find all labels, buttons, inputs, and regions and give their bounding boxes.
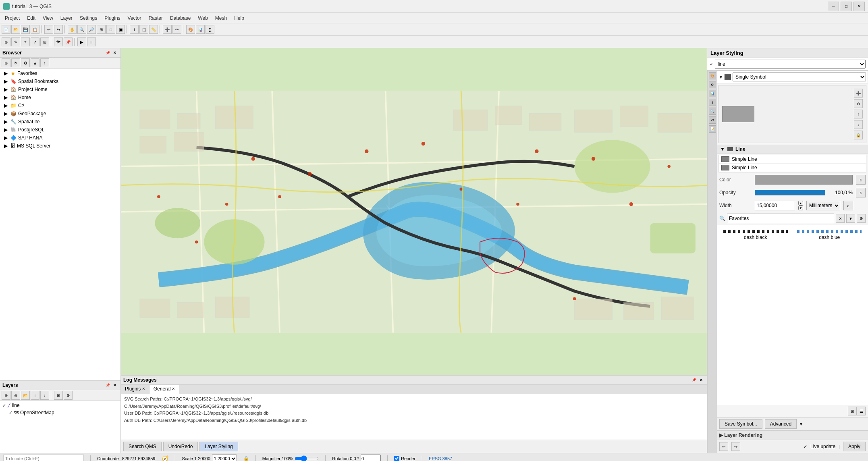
browser-item-project-home[interactable]: ▶ 🏠 Project Home — [1, 85, 120, 93]
symbol-tree-item-2[interactable]: Simple Line — [719, 164, 866, 172]
browser-pin-btn[interactable]: 📌 — [104, 50, 111, 56]
opacity-slider[interactable] — [755, 190, 825, 195]
width-down-btn[interactable]: ▼ — [798, 206, 803, 210]
browser-item-saphana[interactable]: ▶ 🔷 SAP HANA — [1, 134, 120, 142]
add-layer-btn[interactable]: ➕ — [163, 25, 172, 34]
browser-close-btn[interactable]: ✕ — [112, 50, 118, 56]
menu-view[interactable]: View — [39, 15, 56, 22]
menu-plugins[interactable]: Plugins — [101, 15, 123, 22]
add-symbol-layer-btn[interactable]: ➕ — [854, 89, 863, 98]
search-input[interactable] — [727, 214, 834, 223]
new-project-btn[interactable]: 📄 — [2, 25, 10, 34]
measure-btn[interactable]: 📏 — [149, 25, 158, 34]
magnifier-slider[interactable] — [295, 455, 319, 461]
layers-up-btn[interactable]: ↑ — [31, 391, 39, 400]
layers-filter-btn[interactable]: ⚙ — [64, 391, 73, 400]
scale-select[interactable]: 1:20000 — [212, 455, 237, 461]
menu-database[interactable]: Database — [167, 15, 194, 22]
menu-layer[interactable]: Layer — [57, 15, 76, 22]
browser-item-mssql[interactable]: ▶ 🗄 MS SQL Server — [1, 142, 120, 150]
layers-close-btn[interactable]: ✕ — [112, 382, 118, 388]
tab-general[interactable]: General × — [150, 385, 179, 394]
rs-tab-2[interactable]: ⚙ — [709, 81, 716, 88]
zoom-in-btn[interactable]: 🔍 — [77, 25, 86, 34]
move-down-btn[interactable]: ↓ — [854, 120, 863, 129]
browser-up-btn[interactable]: ↑ — [40, 58, 49, 67]
menu-project[interactable]: Project — [2, 15, 23, 22]
apply-btn[interactable]: Apply — [843, 442, 866, 451]
browser-add-btn[interactable]: ⊕ — [2, 58, 10, 67]
save-symbol-btn[interactable]: Save Symbol... — [719, 419, 762, 429]
field-calc-btn[interactable]: ∑ — [206, 25, 214, 34]
tb2-btn3[interactable]: ⌖ — [21, 37, 30, 46]
menu-web[interactable]: Web — [195, 15, 211, 22]
rs-tab-5[interactable]: 🔍 — [709, 108, 716, 115]
maximize-button[interactable]: □ — [841, 2, 852, 11]
browser-item-c-drive[interactable]: ▶ 📁 C:\ — [1, 102, 120, 110]
select-btn[interactable]: ⬚ — [139, 25, 148, 34]
tb2-btn7[interactable]: 📌 — [64, 37, 73, 46]
close-button[interactable]: ✕ — [853, 2, 865, 11]
save-as-btn[interactable]: 📋 — [31, 25, 39, 34]
layer-item-line[interactable]: ✓ ╱ line — [1, 402, 120, 409]
map-canvas[interactable] — [121, 48, 707, 375]
digitize-btn[interactable]: ✏ — [172, 25, 181, 34]
redo-btn[interactable]: ↪ — [54, 25, 63, 34]
rs-tab-7[interactable]: 📝 — [709, 125, 716, 133]
layers-remove-btn[interactable]: ⊖ — [11, 391, 20, 400]
zoom-layer-btn[interactable]: □ — [106, 25, 115, 34]
browser-item-spatialite[interactable]: ▶ 🔧 SpatiaLite — [1, 118, 120, 126]
undo-btn[interactable]: ↩ — [44, 25, 53, 34]
dash-item-black[interactable]: dash black — [720, 228, 791, 402]
browser-item-postgresql[interactable]: ▶ 🐘 PostgreSQL — [1, 126, 120, 134]
search-qms-btn[interactable]: Search QMS — [123, 442, 162, 451]
menu-help[interactable]: Help — [231, 15, 247, 22]
search-dropdown-btn[interactable]: ▼ — [846, 214, 855, 223]
rotation-input[interactable] — [361, 455, 381, 461]
width-input[interactable] — [755, 201, 795, 210]
renderer-select[interactable]: Single Symbol — [733, 73, 866, 81]
layers-open-btn[interactable]: 📂 — [21, 391, 30, 400]
remove-symbol-layer-btn[interactable]: ⊖ — [854, 99, 863, 108]
crs-value[interactable]: EPSG:3857 — [429, 456, 452, 461]
menu-mesh[interactable]: Mesh — [212, 15, 230, 22]
layers-pin-btn[interactable]: 📌 — [104, 382, 111, 388]
gallery-list-btn[interactable]: ☰ — [857, 407, 866, 415]
color-swatch[interactable] — [755, 175, 853, 185]
redo-btn-styling[interactable]: ↪ — [731, 442, 740, 451]
symbol-tree-item-1[interactable]: Simple Line — [719, 155, 866, 164]
browser-refresh-btn[interactable]: ↻ — [11, 58, 20, 67]
gallery-grid-btn[interactable]: ⊞ — [848, 407, 857, 415]
tb2-btn9[interactable]: ⏸ — [87, 37, 96, 46]
menu-edit[interactable]: Edit — [24, 15, 39, 22]
browser-item-spatial-bookmarks[interactable]: ▶ 🔖 Spatial Bookmarks — [1, 77, 120, 85]
tb2-btn8[interactable]: ▶ — [77, 37, 86, 46]
lock-btn[interactable]: 🔒 — [854, 131, 863, 139]
rs-tab-4[interactable]: ℹ — [709, 99, 716, 106]
color-expr-btn[interactable]: ε — [856, 175, 866, 185]
menu-settings[interactable]: Settings — [77, 15, 100, 22]
rs-tab-6[interactable]: ⏱ — [709, 116, 716, 124]
dash-item-blue[interactable]: dash blue — [794, 228, 865, 402]
unit-select[interactable]: Millimeters — [806, 201, 840, 210]
layers-down-btn[interactable]: ↓ — [40, 391, 49, 400]
layers-add-btn[interactable]: ⊕ — [2, 391, 10, 400]
log-pin-btn[interactable]: 📌 — [691, 377, 697, 383]
browser-collapse-btn[interactable]: ▲ — [31, 58, 39, 67]
browser-item-favorites[interactable]: ▶ ★ Favorites — [1, 69, 120, 77]
undo-btn-styling[interactable]: ↩ — [719, 442, 728, 451]
identify-btn[interactable]: ℹ — [130, 25, 139, 34]
clear-search-btn[interactable]: ✕ — [836, 214, 845, 223]
log-close-btn[interactable]: ✕ — [698, 377, 704, 383]
attribute-table-btn[interactable]: 📊 — [196, 25, 205, 34]
zoom-out-btn[interactable]: 🔎 — [87, 25, 96, 34]
minimize-button[interactable]: ─ — [828, 2, 839, 11]
tb2-btn2[interactable]: ✎ — [11, 37, 20, 46]
move-up-btn[interactable]: ↑ — [854, 110, 863, 118]
tb2-btn4[interactable]: ↗ — [31, 37, 39, 46]
save-project-btn[interactable]: 💾 — [21, 25, 30, 34]
advanced-btn[interactable]: Advanced — [765, 419, 797, 429]
undo-redo-btn[interactable]: Undo/Redo — [163, 442, 198, 451]
tb2-btn6[interactable]: 🗺 — [54, 37, 63, 46]
zoom-full-btn[interactable]: ⊞ — [97, 25, 106, 34]
